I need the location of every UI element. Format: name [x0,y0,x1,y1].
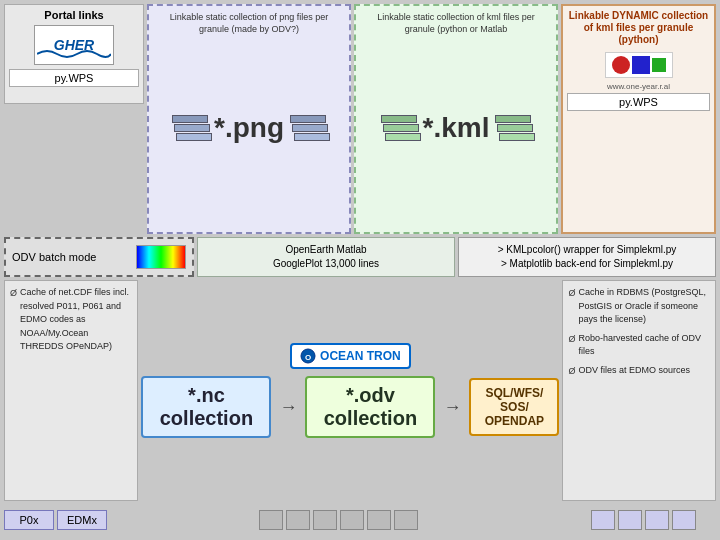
top-left-panel: Portal links GHER py.WPS [4,4,144,234]
small-box-2 [286,510,310,530]
dynamic-header: Linkable DYNAMIC collection of kml files… [567,10,710,46]
kml-content: *.kml [381,112,532,144]
right-arrow-icon-1: Ø [568,287,575,301]
cache-bullet: Ø Cache of net.CDF files incl. resolved … [10,286,132,354]
arrow-right-2: → [443,397,461,418]
p0x-button[interactable]: P0x [4,510,54,530]
odv-logo [605,52,673,78]
right-arrow-icon-3: Ø [568,365,575,379]
kml-layer-r1 [495,115,531,123]
odv-batch-box: ODV batch mode [4,237,194,277]
kml-section: Linkable static collection of kml files … [354,4,558,234]
right-text-2: Robo-harvested cache of ODV files [578,332,710,359]
portal-links-box: Portal links GHER py.WPS [4,4,144,104]
openearth-box: OpenEarth Matlab GooglePlot 13,000 lines [197,237,455,277]
openearth-line1: OpenEarth Matlab [285,244,366,255]
small-box-3 [313,510,337,530]
middle-row: ODV batch mode OpenEarth Matlab GooglePl… [4,237,716,277]
kml-stack-icon [381,115,417,141]
png-section: Linkable static collection of png files … [147,4,351,234]
main-container: Portal links GHER py.WPS Linkable static… [0,0,720,540]
bottom-small-boxes-right [570,510,716,530]
oceantron-text: OCEAN TRON [320,349,401,363]
kml-layer-3 [385,133,421,141]
img-layer-r1 [290,115,326,123]
center-boxes: *.nc collection → *.odv collection → SQL… [141,376,559,438]
bottom-left-desc: Ø Cache of net.CDF files incl. resolved … [4,280,138,501]
img-layer-3 [176,133,212,141]
kml-big-label: *.kml [423,112,490,144]
nc-label: *.nc collection [160,384,253,429]
oceantron-icon: O [300,348,316,364]
dynamic-section: Linkable DYNAMIC collection of kml files… [561,4,716,234]
kml-description: Linkable static collection of kml files … [360,10,552,37]
img-layer-r3 [294,133,330,141]
portal-links-title: Portal links [44,9,103,21]
kml-wrappers-box: > KMLpcolor() wrapper for Simplekml.py >… [458,237,716,277]
top-row: Portal links GHER py.WPS Linkable static… [4,4,716,234]
color-bar-icon [136,245,186,269]
svg-text:O: O [305,353,311,362]
small-box-r3 [645,510,669,530]
odv-rect-blue-icon [632,56,650,74]
right-bullet-1: Ø Cache in RDBMS (PostgreSQL, PostGIS or… [568,286,710,327]
png-description: Linkable static collection of png files … [153,10,345,37]
odv-collection-box: *.odv collection [305,376,435,438]
small-box-5 [367,510,391,530]
openearth-text: OpenEarth Matlab GooglePlot 13,000 lines [273,243,379,271]
kml-wrapper-line2: > Matplotlib back-end for Simplekml.py [501,258,673,269]
png-big-label: *.png [214,112,284,144]
bottom-row: Ø Cache of net.CDF files incl. resolved … [4,280,716,501]
odv-batch-label: ODV batch mode [12,251,96,263]
kml-wrapper-line1: > KMLpcolor() wrapper for Simplekml.py [498,244,677,255]
odv-website-text: www.one-year.r.al [607,82,670,91]
kml-layer-r2 [497,124,533,132]
small-box-r2 [618,510,642,530]
bottom-right-panel: Ø Cache in RDBMS (PostgreSQL, PostGIS or… [562,280,716,501]
kml-layer-1 [381,115,417,123]
arrow-right-1: → [279,397,297,418]
png-content: *.png [172,112,326,144]
right-text-1: Cache in RDBMS (PostgreSQL, PostGIS or O… [578,286,710,327]
very-bottom-row: P0x EDMx [4,504,716,536]
bullet-arrow-icon: Ø [10,287,17,301]
odv-label: *.odv collection [324,384,417,429]
openearth-line2: GooglePlot 13,000 lines [273,258,379,269]
bottom-small-boxes [259,510,418,530]
odv-circle-icon [612,56,630,74]
cache-text: Cache of net.CDF files incl. resolved P0… [20,286,132,354]
pywps-label-dynamic: py.WPS [567,93,710,111]
edmx-button[interactable]: EDMx [57,510,107,530]
gher-logo: GHER [34,25,114,65]
sql-label: SQL/WFS/ SOS/ OPENDAP [485,386,544,428]
small-box-r1 [591,510,615,530]
small-box-6 [394,510,418,530]
nc-collection-box: *.nc collection [141,376,271,438]
odv-rect-green-icon [652,58,666,72]
right-bullet-2: Ø Robo-harvested cache of ODV files [568,332,710,359]
small-box-4 [340,510,364,530]
png-stack-icon-right [290,115,326,141]
kml-layer-2 [383,124,419,132]
small-box-1 [259,510,283,530]
img-layer-1 [172,115,208,123]
right-text-3: ODV files at EDMO sources [578,364,690,378]
right-bullet-3: Ø ODV files at EDMO sources [568,364,710,379]
bottom-center: O OCEAN TRON *.nc collection → *.odv col… [141,280,559,501]
kml-stack-icon-right [495,115,531,141]
png-stack-icon [172,115,208,141]
sql-box: SQL/WFS/ SOS/ OPENDAP [469,378,559,436]
pywps-label-top: py.WPS [9,69,139,87]
right-arrow-icon-2: Ø [568,333,575,347]
small-box-r4 [672,510,696,530]
gher-wave-icon [37,46,111,62]
img-layer-r2 [292,124,328,132]
kml-wrappers-text: > KMLpcolor() wrapper for Simplekml.py >… [498,243,677,271]
img-layer-2 [174,124,210,132]
kml-layer-r3 [499,133,535,141]
oceantron-logo: O OCEAN TRON [290,343,411,369]
